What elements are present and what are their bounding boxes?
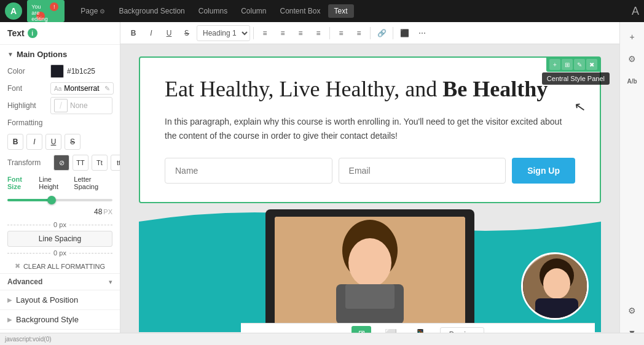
clear-icon: ✖ bbox=[15, 262, 20, 270]
bottom-section bbox=[139, 203, 601, 332]
highlight-label: Highlight bbox=[7, 101, 50, 110]
strikethrough-button[interactable]: S bbox=[65, 134, 80, 150]
letter-spacing-tab[interactable]: Letter Spacing bbox=[74, 176, 112, 190]
bold-button[interactable]: B bbox=[7, 134, 23, 150]
body-paragraph: In this paragraph, explain why this cour… bbox=[165, 115, 575, 142]
spacing-bottom-value: 0 px bbox=[53, 249, 66, 257]
underline-button[interactable]: U bbox=[45, 134, 61, 150]
line-height-tab[interactable]: Line Height bbox=[39, 176, 69, 190]
font-edit-icon[interactable]: ✎ bbox=[104, 85, 110, 93]
toolbar-underline[interactable]: U bbox=[161, 25, 177, 41]
central-style-panel-tooltip: Central Style Panel bbox=[542, 72, 610, 85]
color-swatch[interactable] bbox=[50, 64, 64, 78]
font-selector[interactable]: Aa Montserrat ✎ bbox=[50, 82, 114, 95]
font-name: Montserrat bbox=[64, 84, 99, 93]
name-input[interactable] bbox=[165, 158, 332, 184]
tab-background-section[interactable]: Background Section bbox=[112, 4, 190, 18]
toolbar-list-ul[interactable]: ≡ bbox=[333, 25, 349, 41]
spacing-section: 0 px Line Spacing 0 px bbox=[0, 219, 120, 259]
rs-gear-btn[interactable]: ⚙ bbox=[622, 49, 642, 69]
toolbar-strike[interactable]: S̶ bbox=[179, 25, 195, 41]
toolbar-italic[interactable]: I bbox=[143, 25, 159, 41]
status-bar: javascript:void(0) bbox=[0, 333, 644, 345]
transform-capitalize-btn[interactable]: Tt bbox=[92, 155, 108, 171]
color-hex: #1b1c25 bbox=[67, 67, 95, 76]
toolbar-align-center[interactable]: ≡ bbox=[275, 25, 291, 41]
block-action-1[interactable]: + bbox=[549, 59, 560, 70]
tab-content-box[interactable]: Content Box bbox=[274, 4, 327, 18]
toolbar-more[interactable]: ⋯ bbox=[414, 25, 430, 41]
background-style-item[interactable]: ▶ Background Style bbox=[0, 310, 120, 330]
transform-none-btn[interactable]: ⊘ bbox=[53, 155, 69, 171]
signup-form: Sign Up bbox=[165, 158, 575, 184]
content-area: B I U S̶ Heading 1 ≡ ≡ ≡ ≡ ≡ ≡ 🔗 ⬛ ⋯ Cen… bbox=[120, 22, 619, 345]
breadcrumb-tabs: Page ⚙ Background Section Columns Column… bbox=[74, 4, 353, 18]
advanced-arrow-icon: ▾ bbox=[109, 278, 112, 286]
tab-columns[interactable]: Columns bbox=[192, 4, 234, 18]
transform-uppercase-btn[interactable]: TT bbox=[73, 155, 88, 171]
spacing-bottom-line: 0 px bbox=[7, 249, 112, 257]
slider-thumb[interactable] bbox=[47, 196, 56, 204]
block-action-4[interactable]: ✖ bbox=[586, 59, 597, 70]
top-bar: A You are editing content ! Page ⚙ Backg… bbox=[0, 0, 644, 22]
highlight-selector[interactable]: None bbox=[50, 97, 112, 114]
status-dot: ! bbox=[50, 2, 58, 11]
block-action-3[interactable]: ✎ bbox=[574, 59, 585, 70]
size-tabs-row: Font Size Line Height Letter Spacing bbox=[0, 173, 120, 193]
formatting-label-row: Formatting bbox=[0, 114, 120, 131]
main-layout: Text i ▼ Main Options Color #1b1c25 Font… bbox=[0, 22, 644, 345]
heading-text: Eat Healthy, Live Healthy, and Be Health… bbox=[165, 76, 575, 103]
clear-label: CLEAR ALL FORMATTING bbox=[23, 263, 105, 270]
advanced-section[interactable]: Advanced ▾ bbox=[0, 273, 120, 290]
clear-formatting-btn[interactable]: ✖ CLEAR ALL FORMATTING bbox=[0, 259, 120, 273]
block-action-2[interactable]: ⊞ bbox=[562, 59, 573, 70]
toolbar-align-justify[interactable]: ≡ bbox=[310, 25, 326, 41]
layout-position-item[interactable]: ▶ Layout & Position bbox=[0, 290, 120, 310]
tab-column[interactable]: Column bbox=[235, 4, 272, 18]
toolbar-divider-1 bbox=[253, 27, 254, 39]
font-size-slider-container bbox=[0, 193, 120, 207]
toolbar-list-ol[interactable]: ≡ bbox=[351, 25, 367, 41]
spacing-top-value: 0 px bbox=[53, 221, 66, 228]
left-sidebar: Text i ▼ Main Options Color #1b1c25 Font… bbox=[0, 22, 120, 345]
color-label: Color bbox=[7, 67, 50, 76]
toolbar-align-left[interactable]: ≡ bbox=[257, 25, 273, 41]
svg-rect-4 bbox=[345, 284, 395, 309]
text-content-block[interactable]: + ⊞ ✎ ✖ Eat Healthy, Live Healthy, and B… bbox=[139, 56, 601, 203]
highlight-none-icon bbox=[54, 99, 68, 112]
rs-settings-btn[interactable]: ⚙ bbox=[622, 301, 642, 320]
italic-button[interactable]: I bbox=[26, 134, 42, 150]
transform-label: Transform bbox=[7, 158, 50, 167]
background-style-label: Background Style bbox=[16, 315, 79, 324]
heading-select[interactable]: Heading 1 bbox=[197, 25, 250, 41]
email-input[interactable] bbox=[339, 158, 506, 184]
toolbar-divider-2 bbox=[329, 27, 330, 39]
rs-ab-btn[interactable]: A/b bbox=[622, 71, 642, 91]
font-size-value: 48 bbox=[94, 207, 102, 216]
tab-page[interactable]: Page ⚙ bbox=[74, 4, 111, 18]
laptop-frame bbox=[265, 209, 474, 332]
spacing-top-line: 0 px bbox=[7, 221, 112, 228]
signup-button[interactable]: Sign Up bbox=[512, 158, 575, 184]
font-size-value-row: 48 PX bbox=[0, 207, 120, 219]
slider-track[interactable] bbox=[7, 199, 112, 201]
info-icon[interactable]: i bbox=[28, 28, 37, 38]
transform-lowercase-btn[interactable]: tt bbox=[111, 155, 120, 171]
rs-plus-btn[interactable]: + bbox=[622, 27, 642, 47]
font-size-tab[interactable]: Font Size bbox=[7, 176, 34, 190]
advanced-label: Advanced bbox=[7, 277, 42, 286]
toolbar-align-right[interactable]: ≡ bbox=[293, 25, 308, 41]
tab-text[interactable]: Text bbox=[328, 4, 354, 18]
page-gear-icon: ⚙ bbox=[100, 8, 105, 15]
main-options-section[interactable]: ▼ Main Options bbox=[0, 45, 120, 63]
color-row: Color #1b1c25 bbox=[0, 63, 120, 80]
toolbar-embed[interactable]: ⬛ bbox=[396, 25, 412, 41]
toolbar-link[interactable]: 🔗 bbox=[374, 25, 390, 41]
color-value: #1b1c25 bbox=[50, 64, 112, 78]
line-spacing-button[interactable]: Line Spacing bbox=[7, 231, 112, 247]
toolbar-bold[interactable]: B bbox=[125, 25, 141, 41]
sidebar-header: Text i bbox=[0, 22, 120, 45]
block-actions: + ⊞ ✎ ✖ bbox=[546, 57, 600, 72]
laptop-screen bbox=[275, 217, 465, 324]
logo: A bbox=[5, 2, 22, 20]
